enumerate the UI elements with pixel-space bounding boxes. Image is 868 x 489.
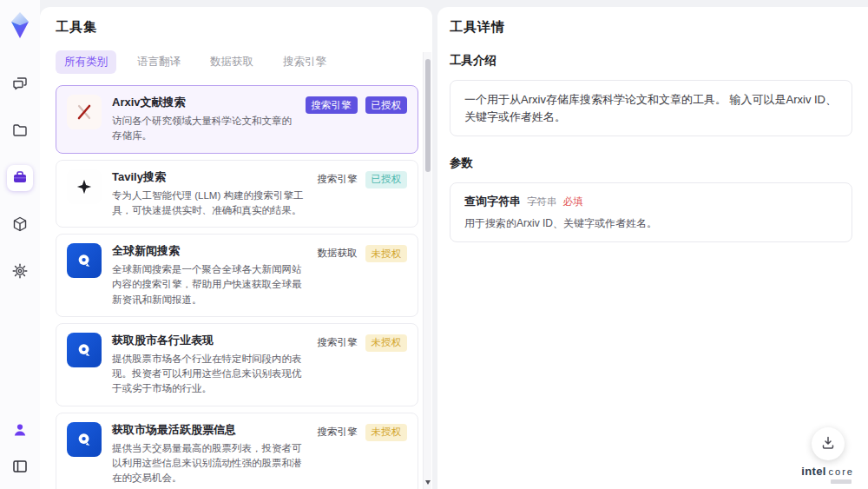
tool-description: 访问各个研究领域大量科学论文和文章的存储库。 [112,114,295,144]
briefcase-icon [11,169,29,188]
category-badge: 搜索引擎 [318,171,358,188]
sidebar-item-models[interactable] [7,212,33,238]
category-tabs: 所有类别语言翻译数据获取搜索引擎 [56,50,418,74]
chat-icon [11,75,29,95]
sidebar [0,0,40,489]
tool-card[interactable]: 获取股市各行业表现提供股票市场各个行业在特定时间段内的表现。投资者可以利用这些信… [56,323,418,406]
auth-status-badge: 未授权 [365,245,408,262]
tab-category-2[interactable]: 数据获取 [201,50,262,74]
intel-ultra-bar [831,479,852,484]
app-root: 工具集 所有类别语言翻译数据获取搜索引擎 Arxiv文献搜索访问各个研究领域大量… [0,0,868,489]
cube-icon [11,215,29,235]
floating-corner-widgets: intel core [801,427,854,484]
tool-card[interactable]: Tavily搜索专为人工智能代理 (LLM) 构建的搜索引擎工具，可快速提供实时… [56,160,418,228]
tool-intro-text: 一个用于从Arxiv存储库搜索科学论文和文章的工具。 输入可以是Arxiv ID… [464,91,838,125]
tab-category-0[interactable]: 所有类别 [56,50,116,74]
tool-name: 获取市场最活跃股票信息 [112,422,307,438]
tool-name: Tavily搜索 [112,169,307,185]
user-icon [11,421,29,441]
app-logo-icon [7,10,33,40]
sidebar-item-settings[interactable] [7,259,33,285]
download-button[interactable] [812,427,845,460]
tool-description: 专为人工智能代理 (LLM) 构建的搜索引擎工具，可快速提供实时、准确和真实的结… [112,188,307,219]
scrollbar-down-arrow-icon[interactable] [425,480,431,485]
tool-card[interactable]: 全球新闻搜索全球新闻搜索是一个聚合全球各大新闻网站内容的搜索引擎，帮助用户快速获… [56,234,418,317]
category-badge: 搜索引擎 [318,424,358,440]
panel-toggle-button[interactable] [7,454,33,480]
tool-name: 获取股市各行业表现 [112,333,307,348]
folder-icon [11,122,29,142]
intel-core-logo: intel core [801,465,854,478]
param-name: 查询字符串 [464,194,521,209]
param-type: 字符串 [527,195,557,208]
param-description: 用于搜索的Arxiv ID、关键字或作者姓名。 [464,216,838,231]
tools-list-panel: 工具集 所有类别语言翻译数据获取搜索引擎 Arxiv文献搜索访问各个研究领域大量… [40,7,432,489]
params-box: 查询字符串字符串必填用于搜索的Arxiv ID、关键字或作者姓名。 [450,182,852,242]
param-required-flag: 必填 [563,195,583,208]
param-row: 查询字符串字符串必填用于搜索的Arxiv ID、关键字或作者姓名。 [464,194,838,231]
download-icon [819,434,837,454]
tool-description: 提供股票市场各个行业在特定时间段内的表现。投资者可以利用这些信息来识别表现优于或… [112,352,307,397]
auth-status-badge: 已授权 [365,171,408,188]
tool-description: 提供当天交易量最高的股票列表，投资者可以利用这些信息来识别流动性强的股票和潜在的… [112,441,307,486]
tool-card[interactable]: Arxiv文献搜索访问各个研究领域大量科学论文和文章的存储库。搜索引擎已授权 [56,85,418,154]
main-content: 工具集 所有类别语言翻译数据获取搜索引擎 Arxiv文献搜索访问各个研究领域大量… [40,0,868,489]
category-badge: 搜索引擎 [318,334,358,351]
news-icon [67,422,102,457]
sidebar-nav [7,71,33,285]
tool-detail-panel: 工具详情 工具介绍 一个用于从Arxiv存储库搜索科学论文和文章的工具。 输入可… [437,7,868,489]
tab-category-3[interactable]: 搜索引擎 [274,50,335,74]
auth-status-badge: 已授权 [365,96,408,114]
gear-icon [11,262,29,282]
panel-toggle-icon [11,458,29,478]
sidebar-item-files[interactable] [7,118,33,144]
tavily-icon [67,169,102,204]
sidebar-item-toolbox[interactable] [7,165,33,191]
tool-name: 全球新闻搜索 [112,243,307,259]
list-scrollbar[interactable] [423,52,431,489]
auth-status-badge: 未授权 [365,334,408,352]
params-heading: 参数 [450,155,852,171]
auth-status-badge: 未授权 [365,424,408,441]
arxiv-icon [67,95,102,129]
news-icon [67,243,102,278]
page-title: 工具集 [56,19,418,36]
tool-description: 全球新闻搜索是一个聚合全球各大新闻网站内容的搜索引擎，帮助用户快速获取全球最新资… [112,262,307,307]
intro-heading: 工具介绍 [450,53,852,69]
user-avatar[interactable] [7,418,33,444]
scrollbar-thumb[interactable] [425,59,431,172]
category-badge: 搜索引擎 [306,96,358,114]
category-badge: 数据获取 [318,245,358,261]
detail-title: 工具详情 [450,19,852,36]
tab-category-1[interactable]: 语言翻译 [128,50,189,74]
sidebar-item-chat[interactable] [7,71,33,97]
news-icon [67,333,102,367]
tool-name: Arxiv文献搜索 [112,95,295,110]
tools-list: Arxiv文献搜索访问各个研究领域大量科学论文和文章的存储库。搜索引擎已授权Ta… [56,85,418,489]
sidebar-bottom [7,418,33,480]
tool-card[interactable]: 获取市场最活跃股票信息提供当天交易量最高的股票列表，投资者可以利用这些信息来识别… [56,413,418,489]
